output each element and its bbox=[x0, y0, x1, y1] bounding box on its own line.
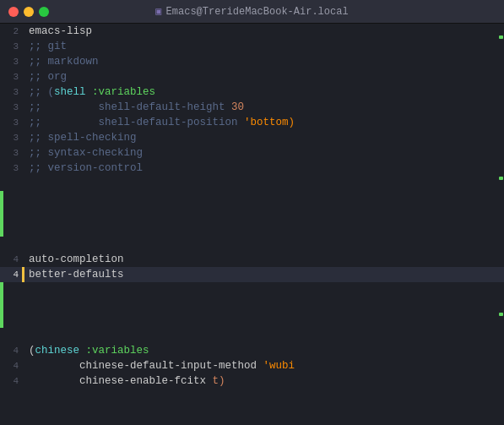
line-content: chinese-enable-fcitx t) bbox=[25, 373, 225, 389]
line-number: 3 bbox=[0, 72, 25, 82]
traffic-lights bbox=[8, 7, 49, 17]
line-number: 3 bbox=[0, 41, 25, 52]
scrollbar-markers bbox=[497, 24, 503, 425]
diff-marker bbox=[0, 297, 3, 313]
diff-marker bbox=[0, 282, 3, 297]
line-content: ;; version-control bbox=[25, 161, 143, 176]
code-line: 4 chinese-default-input-method 'wubi bbox=[0, 358, 504, 373]
line-content: emacs-lisp bbox=[25, 24, 92, 39]
line-number: 3 bbox=[0, 163, 25, 173]
line-number: 3 bbox=[0, 148, 25, 158]
code-line bbox=[0, 237, 504, 252]
diff-marker bbox=[0, 313, 3, 328]
code-line bbox=[0, 404, 504, 419]
code-line bbox=[0, 191, 504, 206]
maximize-button[interactable] bbox=[39, 7, 49, 17]
code-line: 4auto-completion bbox=[0, 252, 504, 267]
code-lines: 2emacs-lisp3;; git3;; markdown3;; org3;;… bbox=[0, 24, 504, 425]
code-line: 4 chinese-enable-fcitx t) bbox=[0, 373, 504, 389]
code-line bbox=[0, 206, 504, 221]
line-content: ;; (shell :variables bbox=[25, 84, 155, 100]
editor-area: 2emacs-lisp3;; git3;; markdown3;; org3;;… bbox=[0, 24, 504, 425]
line-content: (chinese :variables bbox=[25, 343, 149, 358]
line-content: better-defaults bbox=[25, 267, 124, 282]
line-number: 4 bbox=[0, 361, 25, 371]
scroll-marker-2 bbox=[499, 177, 503, 180]
line-number: 3 bbox=[0, 133, 25, 143]
code-line: 3;; git bbox=[0, 39, 504, 54]
line-content: ;; markdown bbox=[25, 54, 99, 69]
code-line: 3;; shell-default-height 30 bbox=[0, 100, 504, 115]
line-content: ;; org bbox=[25, 69, 67, 84]
code-line bbox=[0, 176, 504, 191]
code-line: 3;; version-control bbox=[0, 161, 504, 176]
code-line bbox=[0, 419, 504, 425]
line-number: 2 bbox=[0, 26, 25, 36]
diff-marker bbox=[0, 221, 3, 237]
line-content: ;; shell-default-position 'bottom) bbox=[25, 115, 295, 130]
code-line bbox=[0, 313, 504, 328]
line-content: ;; spell-checking bbox=[25, 130, 137, 145]
line-content: auto-completion bbox=[25, 252, 124, 267]
code-line bbox=[0, 389, 504, 404]
diff-marker bbox=[0, 191, 3, 206]
diff-marker bbox=[0, 206, 3, 221]
code-line bbox=[0, 221, 504, 237]
line-number: 4 bbox=[0, 346, 25, 356]
line-content: chinese-default-input-method 'wubi bbox=[25, 358, 295, 373]
code-line: 4(chinese :variables bbox=[0, 343, 504, 358]
code-line: 3;; (shell :variables bbox=[0, 84, 504, 100]
code-line bbox=[0, 282, 504, 297]
line-number: 4 bbox=[0, 376, 25, 386]
code-line: 3;; spell-checking bbox=[0, 130, 504, 145]
code-line: 3;; markdown bbox=[0, 54, 504, 69]
titlebar-label: Emacs@TrerideMacBook-Air.local bbox=[166, 6, 349, 18]
code-line: 2emacs-lisp bbox=[0, 24, 504, 39]
window-title: ▣ Emacs@TrerideMacBook-Air.local bbox=[155, 5, 348, 18]
code-line: 4better-defaults bbox=[0, 267, 504, 282]
minimize-button[interactable] bbox=[24, 7, 34, 17]
code-line: 3;; shell-default-position 'bottom) bbox=[0, 115, 504, 130]
line-number: 3 bbox=[0, 102, 25, 112]
code-line: 3;; org bbox=[0, 69, 504, 84]
code-line bbox=[0, 328, 504, 343]
code-container: 2emacs-lisp3;; git3;; markdown3;; org3;;… bbox=[0, 24, 504, 425]
line-number: 3 bbox=[0, 117, 25, 128]
line-number: 3 bbox=[0, 57, 25, 67]
titlebar: ▣ Emacs@TrerideMacBook-Air.local bbox=[0, 0, 504, 24]
line-content: ;; syntax-checking bbox=[25, 145, 143, 161]
scroll-marker-1 bbox=[499, 35, 503, 39]
line-number: 4 bbox=[0, 254, 25, 264]
code-line bbox=[0, 297, 504, 313]
line-content: ;; git bbox=[25, 39, 67, 54]
line-number: 3 bbox=[0, 87, 25, 97]
cursor-indicator bbox=[22, 267, 24, 282]
scroll-marker-3 bbox=[499, 313, 503, 316]
code-line: 3;; syntax-checking bbox=[0, 145, 504, 161]
emacs-icon: ▣ bbox=[155, 5, 161, 18]
close-button[interactable] bbox=[8, 7, 19, 17]
line-content: ;; shell-default-height 30 bbox=[25, 100, 244, 115]
